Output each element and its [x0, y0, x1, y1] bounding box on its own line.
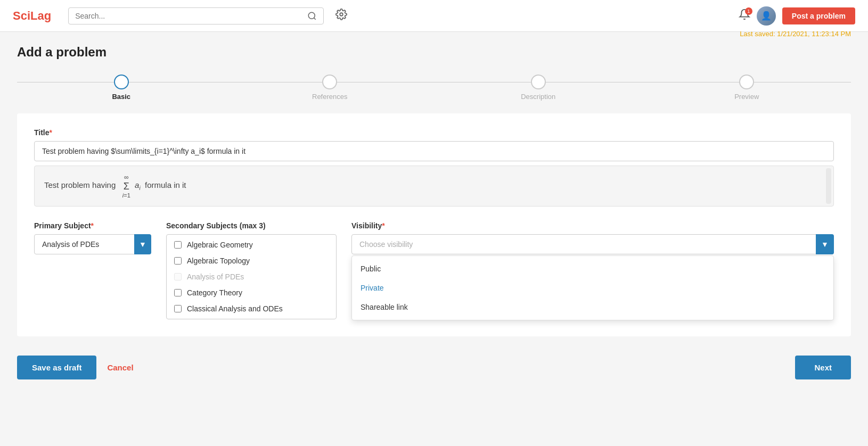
subject-item-algebraic-topology[interactable]: Algebraic Topology: [167, 253, 336, 269]
title-preview: Test problem having ∞ Σ i=1 ai formula i…: [34, 166, 834, 207]
primary-subject-label: Primary Subject*: [34, 221, 151, 230]
svg-point-2: [340, 13, 343, 16]
subject-label-analysis-pdes: Analysis of PDEs: [187, 272, 244, 281]
primary-subject-arrow[interactable]: ▼: [134, 234, 151, 254]
search-icon[interactable]: [307, 11, 317, 21]
svg-point-0: [308, 12, 315, 19]
footer-actions: Save as draft Cancel Next: [17, 356, 851, 379]
step-circle-description: [531, 75, 546, 89]
search-input[interactable]: [75, 12, 307, 20]
subject-checkbox-analysis-pdes: [174, 273, 182, 280]
step-circle-preview: [739, 75, 754, 89]
visibility-col: Visibility* Choose visibility ▼ Public P…: [351, 221, 834, 319]
subject-checkbox-algebraic-geometry[interactable]: [174, 241, 182, 249]
step-label-references: References: [312, 93, 347, 101]
avatar-image: 👤: [757, 6, 776, 26]
step-basic[interactable]: Basic: [17, 75, 226, 101]
next-button[interactable]: Next: [795, 356, 851, 379]
svg-line-1: [314, 18, 316, 19]
header: SciLag 1 👤 Post a problem: [0, 0, 868, 32]
settings-button[interactable]: [332, 5, 350, 26]
secondary-subjects-col: Secondary Subjects (max 3) Algebraic Geo…: [166, 221, 337, 319]
search-bar: [68, 7, 324, 24]
primary-subject-display[interactable]: Analysis of PDEs: [34, 234, 151, 254]
page-title: Add a problem: [17, 45, 107, 60]
subject-item-category-theory[interactable]: Category Theory: [167, 285, 336, 301]
header-right: 1 👤 Post a problem: [739, 6, 855, 26]
step-description[interactable]: Description: [434, 75, 643, 101]
cancel-button[interactable]: Cancel: [107, 363, 133, 372]
required-asterisk-primary: *: [91, 221, 94, 230]
primary-subject-col: Primary Subject* Analysis of PDEs ▼: [34, 221, 151, 319]
step-circle-basic: [114, 75, 129, 89]
primary-subject-value: Analysis of PDEs: [42, 240, 99, 249]
step-preview[interactable]: Preview: [643, 75, 851, 101]
form-card: Title* Test problem having ∞ Σ i=1 ai fo…: [17, 113, 851, 336]
notification-button[interactable]: 1: [739, 9, 750, 23]
notification-badge: 1: [745, 7, 752, 15]
subject-item-analysis-pdes: Analysis of PDEs: [167, 269, 336, 285]
visibility-option-shareable[interactable]: Shareable link: [352, 298, 833, 317]
visibility-placeholder: Choose visibility: [359, 240, 413, 249]
title-input[interactable]: [34, 141, 834, 161]
visibility-option-public[interactable]: Public: [352, 259, 833, 278]
step-label-preview: Preview: [734, 93, 759, 101]
visibility-select[interactable]: Choose visibility ▼ Public Private Share…: [351, 234, 834, 254]
main-content: Add a problem Last saved: 1/21/2021, 11:…: [0, 32, 868, 446]
visibility-label: Visibility*: [351, 221, 834, 230]
gear-icon: [335, 9, 347, 20]
step-references[interactable]: References: [226, 75, 435, 101]
subject-item-algebraic-geometry[interactable]: Algebraic Geometry: [167, 237, 336, 253]
save-draft-button[interactable]: Save as draft: [17, 356, 96, 379]
last-saved: Last saved: 1/21/2021, 11:23:14 PM: [740, 30, 851, 38]
subject-item-classical-analysis[interactable]: Classical Analysis and ODEs: [167, 301, 336, 317]
avatar[interactable]: 👤: [757, 6, 776, 26]
title-field: Title* Test problem having ∞ Σ i=1 ai fo…: [34, 128, 834, 207]
subject-label-category-theory: Category Theory: [187, 288, 242, 297]
subject-checkbox-algebraic-topology[interactable]: [174, 257, 182, 265]
subjects-row: Primary Subject* Analysis of PDEs ▼ Seco…: [34, 221, 834, 319]
stepper-steps: Basic References Description Preview: [17, 75, 851, 101]
title-label: Title*: [34, 128, 834, 137]
primary-subject-select[interactable]: Analysis of PDEs ▼: [34, 234, 151, 254]
logo-part2: Lag: [30, 9, 51, 22]
required-asterisk-visibility: *: [382, 221, 384, 230]
visibility-dropdown: Public Private Shareable link: [351, 255, 834, 320]
subject-label-classical-analysis: Classical Analysis and ODEs: [187, 304, 283, 313]
secondary-subjects-label: Secondary Subjects (max 3): [166, 221, 337, 230]
scrollbar[interactable]: [826, 168, 831, 204]
secondary-subjects-list: Algebraic Geometry Algebraic Topology An…: [166, 234, 337, 319]
visibility-display[interactable]: Choose visibility: [351, 234, 834, 254]
logo: SciLag: [13, 9, 51, 23]
step-label-basic: Basic: [112, 93, 130, 101]
footer-left: Save as draft Cancel: [17, 356, 134, 379]
subject-label-algebraic-geometry: Algebraic Geometry: [187, 241, 253, 249]
visibility-option-private[interactable]: Private: [352, 278, 833, 298]
post-problem-button[interactable]: Post a problem: [782, 7, 855, 24]
required-asterisk: *: [50, 128, 52, 137]
step-circle-references: [322, 75, 337, 89]
stepper: Basic References Description Preview: [17, 75, 851, 101]
subject-checkbox-classical-analysis[interactable]: [174, 305, 182, 312]
logo-part1: Sci: [13, 9, 30, 22]
step-label-description: Description: [521, 93, 555, 101]
visibility-arrow[interactable]: ▼: [816, 234, 834, 254]
footer-bar: Save as draft Cancel Next: [17, 347, 851, 379]
subject-checkbox-category-theory[interactable]: [174, 289, 182, 296]
math-preview-text: Test problem having ∞ Σ i=1 ai formula i…: [44, 180, 186, 189]
subject-label-algebraic-topology: Algebraic Topology: [187, 257, 250, 265]
